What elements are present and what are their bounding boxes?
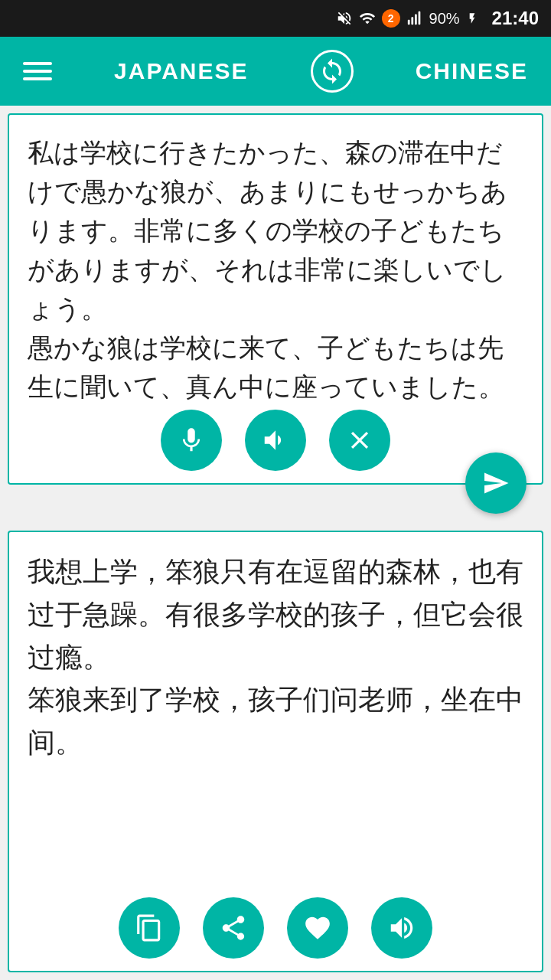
svg-rect-0 <box>407 20 409 24</box>
target-actions <box>9 897 542 959</box>
send-button[interactable] <box>465 452 527 514</box>
favorite-button[interactable] <box>287 897 348 959</box>
status-icons: 2 90% <box>336 9 478 28</box>
target-language-label[interactable]: CHINESE <box>416 58 528 84</box>
target-speaker-button[interactable] <box>371 897 432 959</box>
source-speaker-button[interactable] <box>245 410 306 471</box>
status-bar: 2 90% 21:40 <box>0 0 551 37</box>
source-panel: 私は学校に行きたかった、森の滞在中だけで愚かな狼が、あまりにもせっかちあります。… <box>8 113 543 485</box>
source-actions <box>9 410 542 471</box>
panels-wrapper: 私は学校に行きたかった、森の滞在中だけで愚かな狼が、あまりにもせっかちあります。… <box>0 106 551 980</box>
menu-button[interactable] <box>23 62 52 80</box>
status-time: 21:40 <box>492 8 539 29</box>
source-language-label[interactable]: JAPANESE <box>114 58 249 84</box>
share-button[interactable] <box>203 897 264 959</box>
microphone-button[interactable] <box>161 410 222 471</box>
clear-button[interactable] <box>329 410 390 471</box>
svg-rect-1 <box>411 17 413 24</box>
target-panel: 我想上学，笨狼只有在逗留的森林，也有过于急躁。有很多学校的孩子，但它会很过瘾。笨… <box>8 531 543 972</box>
swap-languages-button[interactable] <box>311 50 354 93</box>
target-text: 我想上学，笨狼只有在逗留的森林，也有过于急躁。有很多学校的孩子，但它会很过瘾。笨… <box>9 532 542 900</box>
app-header: JAPANESE CHINESE <box>0 37 551 106</box>
battery-indicator: 90% <box>429 10 460 28</box>
copy-button[interactable] <box>119 897 180 959</box>
svg-rect-2 <box>415 15 417 25</box>
svg-rect-3 <box>418 11 420 24</box>
